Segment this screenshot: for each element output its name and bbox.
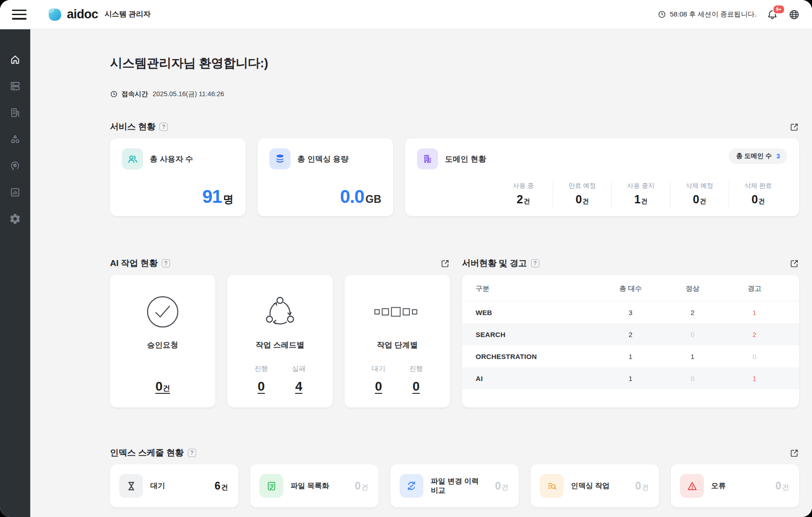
schedule-indexing-value: 0건 <box>635 480 649 492</box>
ai-jobs-header: AI 작업 현황 <box>110 257 450 269</box>
topbar-right: 58:08 후 세션이 종료됩니다. 9+ <box>658 9 800 21</box>
users-icon <box>122 148 143 169</box>
external-link-icon[interactable] <box>790 259 799 268</box>
brand-name: aidoc <box>67 7 98 22</box>
stage-waiting-value-link[interactable]: 0 <box>375 384 382 394</box>
access-time-value: 2025.05.16(금) 11:46:26 <box>153 90 224 98</box>
indexing-capacity-card: 총 인덱싱 용량 0.0 GB <box>258 138 393 216</box>
server-status-title: 서버현황 및 경고 <box>462 257 527 269</box>
notifications-bell-icon[interactable]: 9+ <box>767 9 778 20</box>
brand-logo: aidoc 시스템 관리자 <box>48 7 150 22</box>
total-users-card: 총 사용자 수 91 명 <box>110 138 246 216</box>
external-link-icon[interactable] <box>790 448 799 458</box>
thread-in-progress-stat: 진행 0 <box>254 365 268 394</box>
warning-triangle-icon <box>680 474 704 498</box>
indexing-capacity-unit: GB <box>366 193 382 206</box>
schedule-error-value: 0건 <box>775 480 789 492</box>
schedule-cards-row: 대기 6건 파일 목록화 0건 파일 변경 이력 비교 0건 <box>110 464 799 507</box>
schedule-file-diff-card[interactable]: 파일 변경 이력 비교 0건 <box>390 464 519 507</box>
total-users-unit: 명 <box>223 192 234 207</box>
indexing-capacity-label: 총 인덱싱 용량 <box>297 154 348 164</box>
external-link-icon[interactable] <box>440 259 450 268</box>
server-icon <box>9 80 21 92</box>
domain-stat-deleted: 삭제 완료 0건 <box>729 182 787 208</box>
index-schedule-title: 인덱스 스케줄 현황 <box>110 447 184 459</box>
job-threads-card: 작업 스레드별 진행 0 실패 4 <box>227 275 333 408</box>
middle-row: AI 작업 현황 승인요청 0건 <box>110 257 799 408</box>
help-icon[interactable] <box>531 259 539 267</box>
table-row-search: SEARCH 2 0 2 <box>462 323 799 345</box>
domain-status-label: 도메인 현황 <box>445 154 486 164</box>
shapes-icon <box>9 133 21 145</box>
session-timer: 58:08 후 세션이 종료됩니다. <box>658 10 757 19</box>
thread-failed-value-link[interactable]: 4 <box>295 384 302 394</box>
schedule-indexing-card[interactable]: 인덱싱 작업 0건 <box>531 464 659 507</box>
sidebar-item-ai[interactable] <box>5 158 25 173</box>
notification-badge: 9+ <box>773 5 785 14</box>
job-stages-card: 작업 단계별 대기 0 진행 0 <box>345 275 450 408</box>
stage-in-progress-value-link[interactable]: 0 <box>412 384 420 394</box>
home-icon <box>9 54 21 65</box>
service-section-header: 서비스 현황 <box>110 121 799 133</box>
sidebar-item-shapes[interactable] <box>5 132 25 147</box>
check-circle-icon <box>143 288 183 336</box>
approval-requests-card: 승인요청 0건 <box>110 275 215 408</box>
domain-stat-in-use: 사용 중 2건 <box>494 182 553 208</box>
access-time-label: 접속시간 <box>121 90 148 98</box>
server-status-table: 구분 총 대수 정상 경고 WEB 3 2 1 SEARCH 2 0 <box>462 275 799 408</box>
total-users-label: 총 사용자 수 <box>150 154 193 164</box>
hourglass-icon <box>119 474 143 498</box>
database-icon <box>269 148 291 169</box>
schedule-waiting-card[interactable]: 대기 6건 <box>110 464 238 507</box>
external-link-icon[interactable] <box>790 122 799 132</box>
building-icon <box>9 107 21 119</box>
domain-stats-row: 사용 중 2건 만료 예정 0건 사용 중지 1건 삭제 예정 0건 <box>494 182 787 208</box>
aidoc-logo-icon <box>48 7 62 22</box>
server-status-header: 서버현황 및 경고 <box>462 257 799 269</box>
sidebar-item-building[interactable] <box>5 105 25 120</box>
page-title: 시스템관리자님 환영합니다:) <box>110 55 799 71</box>
domain-stat-suspended: 사용 중지 1건 <box>611 182 670 208</box>
sidebar-item-reports[interactable] <box>5 185 25 200</box>
table-row-web: WEB 3 2 1 <box>462 301 799 323</box>
table-row-orchestration: ORCHESTRATION 1 1 0 <box>462 345 799 367</box>
search-list-icon <box>540 474 564 498</box>
language-globe-icon[interactable] <box>788 9 800 21</box>
ai-jobs-title: AI 작업 현황 <box>110 257 158 269</box>
stage-in-progress-stat: 진행 0 <box>409 365 423 394</box>
clock-icon <box>658 10 666 19</box>
session-text: 58:08 후 세션이 종료됩니다. <box>670 10 757 19</box>
server-status-section: 서버현황 및 경고 구분 총 대수 정상 경고 WEB 3 <box>462 257 799 408</box>
stage-waiting-stat: 대기 0 <box>372 365 385 394</box>
app-title: 시스템 관리자 <box>104 10 150 19</box>
total-domains-badge: 총 도메인 수 3 <box>729 148 787 164</box>
thread-failed-stat: 실패 4 <box>292 365 306 394</box>
sidebar-item-settings[interactable] <box>5 212 25 226</box>
approval-requests-value-link[interactable]: 0건 <box>155 384 170 394</box>
settings-gear-icon <box>9 213 21 225</box>
cycle-icon <box>262 288 298 336</box>
index-schedule-header: 인덱스 스케줄 현황 <box>110 447 799 459</box>
schedule-file-listing-value: 0건 <box>355 480 368 492</box>
help-icon[interactable] <box>159 123 168 131</box>
domain-building-icon <box>417 148 438 169</box>
domain-stat-expiring: 만료 예정 0건 <box>553 182 611 208</box>
ai-head-icon <box>9 160 21 172</box>
thread-in-progress-value-link[interactable]: 0 <box>258 384 265 394</box>
sidebar-item-server[interactable] <box>5 79 25 93</box>
ai-cards-row: 승인요청 0건 <box>110 275 450 408</box>
approval-requests-label: 승인요청 <box>147 340 178 350</box>
menu-hamburger-icon[interactable] <box>12 10 27 20</box>
top-bar: aidoc 시스템 관리자 58:08 후 세션이 종료됩니다. 9+ <box>0 0 812 29</box>
sidebar-item-home[interactable] <box>5 52 25 67</box>
schedule-error-card[interactable]: 오류 0건 <box>671 464 799 507</box>
total-domains-badge-value: 3 <box>776 152 780 160</box>
checklist-icon <box>259 474 283 498</box>
help-icon[interactable] <box>162 259 170 267</box>
job-threads-label: 작업 스레드별 <box>256 340 305 350</box>
schedule-file-listing-card[interactable]: 파일 목록화 0건 <box>250 464 379 507</box>
help-icon[interactable] <box>188 449 196 457</box>
clock-icon <box>110 90 118 98</box>
schedule-waiting-value: 6건 <box>214 480 228 492</box>
stages-squares-icon <box>374 288 421 336</box>
